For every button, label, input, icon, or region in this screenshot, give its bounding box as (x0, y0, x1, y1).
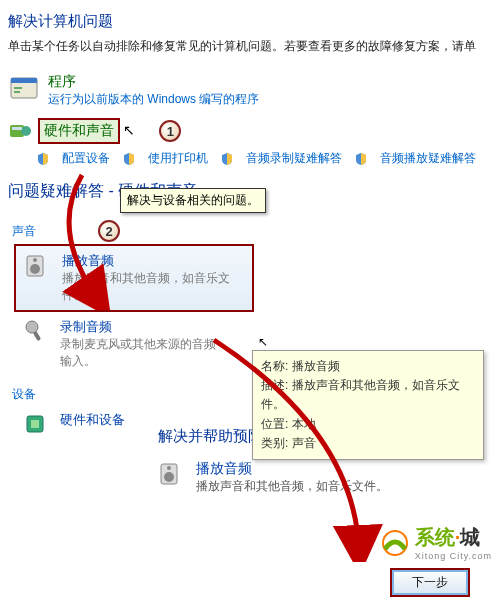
programs-link[interactable]: 程序 (48, 73, 259, 91)
svg-point-5 (21, 126, 31, 136)
bottom-play-audio-title[interactable]: 播放音频 (196, 460, 388, 478)
svg-point-9 (33, 258, 37, 262)
svg-rect-6 (12, 127, 22, 130)
svg-point-8 (30, 264, 40, 274)
audio-playback-link[interactable]: 音频播放疑难解答 (380, 150, 476, 167)
hardware-device-item[interactable]: 硬件和设备 (14, 405, 144, 445)
audio-record-link[interactable]: 音频录制疑难解答 (246, 150, 342, 167)
hardware-icon (8, 119, 32, 143)
speaker-icon (24, 252, 52, 280)
next-button[interactable]: 下一步 (390, 568, 470, 597)
program-icon (8, 73, 40, 105)
speaker-icon (158, 460, 186, 488)
programs-sublink[interactable]: 运行为以前版本的 Windows 编写的程序 (48, 91, 259, 108)
printer-link[interactable]: 使用打印机 (148, 150, 208, 167)
svg-point-15 (164, 472, 174, 482)
svg-rect-3 (14, 91, 20, 93)
chip-icon (22, 411, 50, 439)
cursor-icon: ↖ (258, 335, 268, 349)
microphone-icon (22, 318, 50, 346)
shield-icon (122, 152, 136, 166)
config-device-link[interactable]: 配置设备 (62, 150, 110, 167)
bottom-play-audio-desc: 播放声音和其他音频，如音乐文件。 (196, 478, 388, 495)
audio-category: 声音 (12, 223, 36, 240)
play-audio-item[interactable]: 播放音频 播放声音和其他音频，如音乐文件。 (14, 244, 254, 312)
hw-device-title: 硬件和设备 (60, 411, 125, 429)
svg-rect-1 (11, 78, 37, 83)
play-audio-title: 播放音频 (62, 252, 244, 270)
badge-2: 2 (98, 220, 120, 242)
record-audio-item[interactable]: 录制音频 录制麦克风或其他来源的音频输入。 (14, 312, 234, 376)
svg-rect-2 (14, 87, 22, 89)
badge-1: 1 (159, 120, 181, 142)
svg-rect-11 (33, 331, 41, 342)
svg-rect-13 (31, 420, 39, 428)
record-audio-desc: 录制麦克风或其他来源的音频输入。 (60, 336, 226, 370)
svg-point-10 (26, 321, 38, 333)
shield-icon (220, 152, 234, 166)
shield-icon (36, 152, 50, 166)
svg-point-16 (167, 466, 171, 470)
play-audio-desc: 播放声音和其他音频，如音乐文件。 (62, 270, 244, 304)
tooltip: 解决与设备相关的问题。 (120, 188, 266, 213)
info-tooltip: 名称: 播放音频 描述: 播放声音和其他音频，如音乐文件。 位置: 本地 类别:… (252, 350, 484, 460)
cursor-icon: ↖ (123, 122, 135, 138)
page-title: 解决计算机问题 (8, 12, 492, 31)
xitongcity-logo: 系统·城 Xitong City.com (377, 524, 492, 561)
page-subtitle: 单击某个任务以自动排除和修复常见的计算机问题。若要查看更多的故障修复方案，请单 (8, 37, 492, 55)
shield-icon (354, 152, 368, 166)
record-audio-title: 录制音频 (60, 318, 226, 336)
hardware-sound-link[interactable]: 硬件和声音 (38, 118, 120, 144)
